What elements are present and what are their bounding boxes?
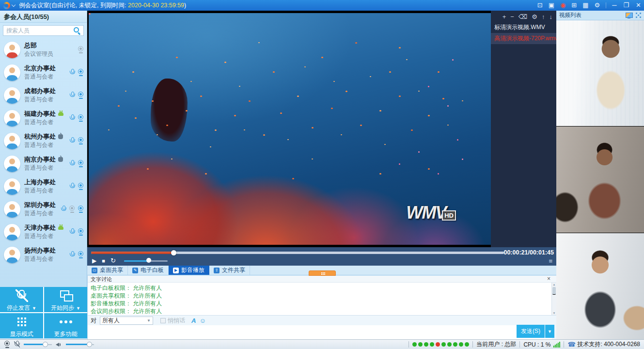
playlist-toggle-icon[interactable]: ≡ <box>549 257 552 265</box>
expand-panel-icon[interactable] <box>636 13 641 18</box>
camera-off-icon[interactable] <box>69 206 75 213</box>
mic-icon[interactable] <box>69 137 75 144</box>
avatar <box>4 247 20 263</box>
mic-muted-icon[interactable] <box>14 341 20 348</box>
status-dot <box>447 342 452 347</box>
display-mode-button[interactable]: 显示模式 <box>0 313 43 338</box>
avatar <box>4 42 20 58</box>
mic-icon[interactable] <box>61 206 66 213</box>
participant-row[interactable]: 南京办事处 普通与会者 <box>0 152 87 175</box>
video-thumbnail-3[interactable] <box>556 233 644 339</box>
playlist-item[interactable]: 标清演示视频.WMV <box>491 22 556 33</box>
speaker-volume-slider[interactable] <box>66 341 94 348</box>
participant-row[interactable]: 扬州办事处 普通与会者 <box>0 243 87 266</box>
camera-icon[interactable] <box>78 183 84 190</box>
camera-off-icon[interactable] <box>78 46 84 53</box>
camera-icon[interactable] <box>78 69 84 76</box>
replay-icon[interactable]: ↻ <box>110 257 116 264</box>
tab-whiteboard[interactable]: ✎ 电子白板 <box>128 266 169 275</box>
chat-close-icon[interactable]: × <box>547 276 550 282</box>
message-input[interactable] <box>88 325 552 340</box>
camera-icon[interactable] <box>78 114 84 122</box>
remove-file-icon[interactable]: − <box>510 14 514 20</box>
delete-file-icon[interactable]: ⌫ <box>518 14 527 20</box>
send-options-arrow-icon[interactable]: ▼ <box>545 329 554 334</box>
mic-icon[interactable] <box>69 251 75 258</box>
volume-handle[interactable] <box>146 258 151 263</box>
chat-collapse-handle[interactable] <box>309 270 336 276</box>
titlebar-icons: ⊡ ▣ ◉ ⊞ ▦ ⚙ ─ ❐ ✕ <box>537 0 641 11</box>
screen-broadcast-icon[interactable]: ⊡ <box>537 0 543 11</box>
play-icon[interactable]: ▶ <box>92 257 96 264</box>
more-features-button[interactable]: 更多功能 <box>44 313 87 338</box>
window-mode-icon[interactable]: ▣ <box>549 0 554 11</box>
stop-icon[interactable]: ■ <box>102 258 105 264</box>
add-file-icon[interactable]: + <box>503 14 506 20</box>
close-icon[interactable]: ✕ <box>636 0 641 11</box>
mic-icon[interactable] <box>69 114 75 122</box>
chat-scrollbar[interactable]: ▲ ▼ <box>551 283 556 315</box>
search-icon[interactable] <box>74 27 81 34</box>
participant-row[interactable]: 成都办事处 普通与会者 <box>0 84 87 107</box>
tab-file-share[interactable]: ⇧ 文件共享 <box>209 266 250 275</box>
participant-row[interactable]: 北京办事处 普通与会者 <box>0 61 87 84</box>
stop-speaking-button[interactable]: 停止发言▼ <box>0 287 43 312</box>
search-input[interactable] <box>3 25 84 36</box>
move-up-icon[interactable]: ↑ <box>542 14 545 20</box>
logo-chevron-icon[interactable] <box>12 3 16 7</box>
meeting-app-window: 例会会议室(自由讨论, 未锁定, 到期时间: 2020-04-30 23:59:… <box>0 0 644 349</box>
camera-icon[interactable] <box>78 206 84 213</box>
mic-icon[interactable] <box>69 160 75 167</box>
playlist-settings-icon[interactable]: ⚙ <box>532 14 537 20</box>
camera-icon[interactable] <box>78 228 84 236</box>
scroll-up-icon[interactable]: ▲ <box>552 283 556 286</box>
layout-grid-icon[interactable]: ▦ <box>582 0 588 11</box>
seek-bar[interactable] <box>91 252 504 254</box>
dropdown-arrow-icon[interactable]: ▼ <box>32 306 36 311</box>
status-dot <box>424 342 428 347</box>
video-thumbnail-2[interactable] <box>556 127 644 233</box>
seek-handle[interactable] <box>171 250 176 255</box>
speaker-icon[interactable] <box>56 342 62 348</box>
move-down-icon[interactable]: ↓ <box>550 14 553 20</box>
font-style-button[interactable]: A <box>191 317 196 324</box>
participant-role: 普通与会者 <box>24 210 53 217</box>
send-button[interactable]: 发送(S) ▼ <box>517 325 554 338</box>
camera-icon[interactable] <box>78 251 84 258</box>
network-share-icon[interactable]: ⊞ <box>571 0 577 11</box>
participant-row[interactable]: 深圳办事处 普通与会者 <box>0 198 87 221</box>
participant-row[interactable]: 杭州办事处 普通与会者 <box>0 129 87 152</box>
camera-status-icon[interactable] <box>4 341 10 348</box>
camera-icon[interactable] <box>78 137 84 144</box>
participant-role: 普通与会者 <box>24 142 53 148</box>
mic-volume-slider[interactable] <box>24 341 52 348</box>
video-mode-icon[interactable] <box>626 13 632 18</box>
camera-icon[interactable] <box>78 92 84 99</box>
dropdown-arrow-icon[interactable]: ▼ <box>76 306 80 311</box>
maximize-icon[interactable]: ❐ <box>623 0 629 11</box>
emoticon-icon[interactable]: ☺ <box>199 317 205 324</box>
scroll-down-icon[interactable]: ▼ <box>552 312 556 315</box>
camera-icon[interactable] <box>78 160 84 167</box>
recipient-select[interactable]: 所有人 ▼ <box>100 317 153 325</box>
participant-row[interactable]: 天津办事处 普通与会者 <box>0 221 87 243</box>
tab-desktop-share[interactable]: ▭ 桌面共享 <box>87 266 128 275</box>
volume-slider[interactable] <box>124 257 168 264</box>
mic-icon[interactable] <box>69 183 75 190</box>
mic-icon[interactable] <box>69 228 75 236</box>
participant-row[interactable]: 总部 会议管理员 <box>0 38 87 61</box>
mic-icon[interactable] <box>69 69 75 76</box>
video-thumbnail-1[interactable] <box>556 20 644 127</box>
whisper-checkbox[interactable] <box>160 318 166 323</box>
playlist-item[interactable]: 高清演示视频-720P.wmv 删除 <box>491 33 556 44</box>
action-button-icon <box>60 289 72 302</box>
participant-row[interactable]: 上海办事处 普通与会者 <box>0 175 87 198</box>
tab-media-play[interactable]: ▶ 影音播放 <box>169 266 209 275</box>
start-sync-button[interactable]: 开始同步▼ <box>44 287 87 312</box>
scrollbar-thumb[interactable] <box>552 287 556 295</box>
participant-row[interactable]: 福建办事处 普通与会者 <box>0 107 87 129</box>
settings-icon[interactable]: ⚙ <box>595 0 600 11</box>
record-icon[interactable]: ◉ <box>560 0 565 11</box>
minimize-icon[interactable]: ─ <box>612 0 616 11</box>
mic-icon[interactable] <box>69 92 75 99</box>
